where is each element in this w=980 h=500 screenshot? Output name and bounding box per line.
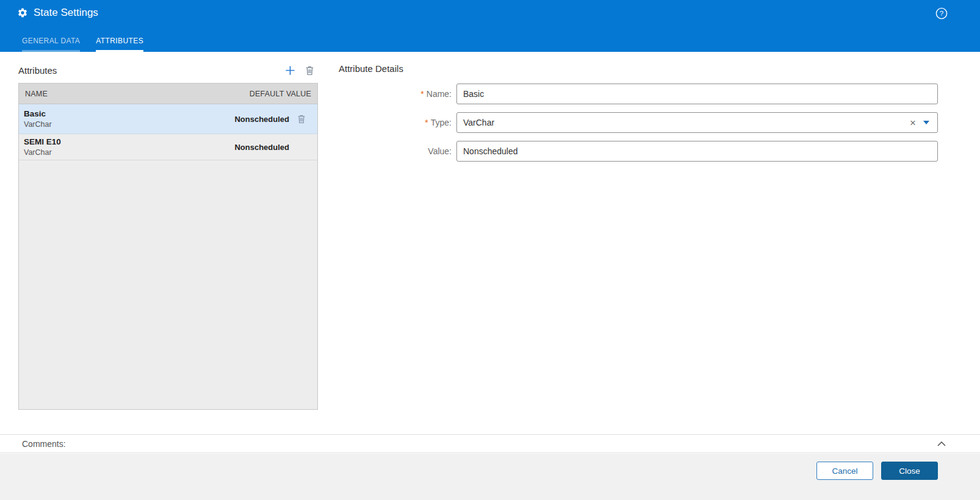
chevron-up-icon <box>937 441 946 446</box>
attribute-details-panel: Attribute Details * Name: * Type: × <box>339 63 938 170</box>
comments-section: Comments: <box>0 434 980 453</box>
gear-icon <box>16 7 28 19</box>
column-header-default-value: DEFAULT VALUE <box>250 90 311 98</box>
attributes-panel: Attributes NAME <box>18 61 318 410</box>
attribute-row-semi-e10[interactable]: SEMI E10 VarChar Nonscheduled <box>19 134 317 160</box>
attribute-type: VarChar <box>24 120 234 129</box>
header-bar: State Settings ? GENERAL DATA ATTRIBUTES <box>0 0 980 52</box>
attribute-name: Basic <box>24 109 234 118</box>
state-settings-dialog: State Settings ? GENERAL DATA ATTRIBUTES… <box>0 0 980 500</box>
field-row-name: * Name: <box>339 84 938 104</box>
trash-icon <box>297 114 306 124</box>
cancel-button[interactable]: Cancel <box>816 462 873 480</box>
required-marker: * <box>425 118 428 127</box>
plus-icon <box>284 65 296 76</box>
required-marker: * <box>420 89 423 99</box>
tab-bar: GENERAL DATA ATTRIBUTES <box>22 37 143 52</box>
attribute-default-value: Nonscheduled <box>234 143 289 152</box>
attribute-name: SEMI E10 <box>24 137 234 146</box>
chevron-down-icon <box>923 121 929 124</box>
comments-collapse-button[interactable] <box>937 441 946 446</box>
attribute-details-title: Attribute Details <box>339 63 938 75</box>
type-field-label: * Type: <box>339 118 456 127</box>
attribute-default-value: Nonscheduled <box>234 115 289 124</box>
value-field-label: Value: <box>339 146 456 156</box>
name-field-label: * Name: <box>339 89 456 99</box>
dialog-footer: Cancel Close <box>0 454 980 500</box>
type-combobox[interactable] <box>456 112 938 133</box>
delete-attribute-button[interactable] <box>305 65 314 76</box>
row-delete-button[interactable] <box>297 114 306 124</box>
type-dropdown-button[interactable] <box>921 118 932 127</box>
help-glyph: ? <box>940 10 943 17</box>
tab-general-data[interactable]: GENERAL DATA <box>22 37 80 52</box>
attributes-list: NAME DEFAULT VALUE Basic VarChar Nonsche… <box>18 83 318 410</box>
clear-x-icon[interactable]: × <box>910 118 916 128</box>
question-circle-icon: ? <box>935 7 948 20</box>
attribute-row-basic[interactable]: Basic VarChar Nonscheduled <box>19 104 317 134</box>
page-title: State Settings <box>34 7 98 19</box>
add-attribute-button[interactable] <box>284 65 296 76</box>
attributes-list-header: NAME DEFAULT VALUE <box>19 84 317 104</box>
value-field[interactable] <box>456 141 938 162</box>
trash-icon <box>305 65 314 76</box>
tab-attributes[interactable]: ATTRIBUTES <box>96 37 143 52</box>
field-row-value: Value: <box>339 141 938 162</box>
field-row-type: * Type: × <box>339 112 938 133</box>
name-field[interactable] <box>456 84 938 104</box>
help-button[interactable]: ? <box>935 7 948 20</box>
attribute-type: VarChar <box>24 148 234 157</box>
attributes-panel-title: Attributes <box>18 65 57 76</box>
close-button[interactable]: Close <box>881 462 938 480</box>
column-header-name: NAME <box>25 90 48 98</box>
comments-label: Comments: <box>22 439 66 449</box>
